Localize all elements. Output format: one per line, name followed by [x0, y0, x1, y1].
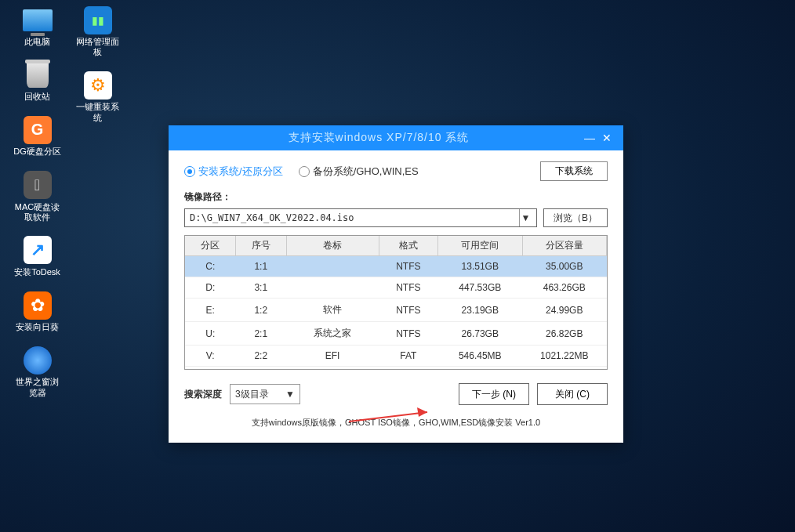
desktop-icon-reinstall[interactable]: ⚙ 一键重装系统 — [72, 71, 123, 122]
image-path-label: 镜像路径： — [184, 190, 608, 204]
dropdown-arrow-icon[interactable]: ▼ — [519, 209, 532, 226]
cell-free: 13.51GB — [438, 256, 523, 277]
dialog-footer-text: 支持windows原版镜像，GHOST ISO镜像，GHO,WIM,ESD镜像安… — [184, 417, 608, 429]
cell-part: E: — [185, 299, 236, 322]
radio-backup[interactable]: 备份系统/GHO,WIN,ES — [299, 165, 419, 179]
cell-cap: 463.26GB — [522, 277, 607, 299]
recycle-bin-icon — [27, 63, 49, 88]
window-title: 支持安装windows XP/7/8/10 系统 — [176, 131, 581, 145]
download-system-button[interactable]: 下载系统 — [540, 161, 608, 181]
network-panel-icon: ▮▮ — [84, 6, 112, 34]
icon-label: 安装ToDesk — [14, 267, 60, 277]
search-depth-label: 搜索深度 — [184, 388, 222, 401]
table-row[interactable]: U:2:1系统之家NTFS26.73GB26.82GB — [185, 322, 607, 346]
icon-label: 网络管理面板 — [72, 37, 123, 57]
cell-vol: EFI — [286, 346, 379, 367]
diskgenius-icon: G — [24, 116, 52, 144]
radio-label: 备份系统/GHO,WIN,ES — [313, 165, 419, 179]
icon-label: 此电脑 — [24, 37, 50, 47]
desktop-icon-theworld[interactable]: 世界之窗浏览器 — [12, 346, 63, 397]
cell-free: 23.19GB — [438, 299, 523, 322]
table-row[interactable]: E:1:2软件NTFS23.19GB24.99GB — [185, 299, 607, 322]
cell-vol: 软件 — [286, 299, 379, 322]
cell-free: 447.53GB — [438, 277, 523, 299]
gear-icon: ⚙ — [84, 71, 112, 100]
minimize-button[interactable]: — — [581, 132, 598, 144]
col-format: 格式 — [399, 240, 418, 251]
desktop-icon-mac-disk[interactable]:  MAC硬盘读取软件 — [12, 172, 63, 223]
browse-button[interactable]: 浏览（B） — [543, 208, 608, 227]
icon-label: 回收站 — [24, 92, 50, 102]
col-volume: 卷标 — [323, 240, 342, 251]
partition-table: 分区 序号 卷标 格式 可用空间 分区容量 C:1:1NTFS13.51GB35… — [184, 235, 608, 370]
next-button[interactable]: 下一步 (N) — [459, 383, 529, 405]
installer-dialog: 支持安装windows XP/7/8/10 系统 — ✕ 安装系统/还原分区 备… — [169, 125, 623, 443]
close-button[interactable]: ✕ — [598, 132, 615, 144]
table-row[interactable]: V:2:2EFIFAT546.45MB1021.22MB — [185, 346, 607, 367]
mac-disk-icon:  — [24, 171, 52, 199]
table-header-row: 分区 序号 卷标 格式 可用空间 分区容量 — [185, 236, 607, 256]
cell-seq: 1:1 — [236, 256, 287, 277]
globe-icon — [24, 346, 52, 375]
table-row[interactable]: D:3:1NTFS447.53GB463.26GB — [185, 277, 607, 299]
cell-cap: 35.00GB — [522, 256, 607, 277]
cell-fmt: NTFS — [379, 299, 437, 322]
cell-seq: 2:2 — [236, 346, 287, 367]
cell-fmt: NTFS — [379, 322, 437, 346]
icon-label: 世界之窗浏览器 — [12, 377, 63, 397]
cell-part: V: — [185, 346, 236, 367]
titlebar[interactable]: 支持安装windows XP/7/8/10 系统 — ✕ — [169, 125, 623, 150]
col-partition: 分区 — [201, 240, 220, 251]
radio-ring-icon — [299, 166, 310, 177]
cell-part: D: — [185, 277, 236, 299]
image-path-value: D:\G_WIN7_X64_OK_V2022.04.iso — [190, 212, 354, 223]
svg-marker-1 — [417, 407, 427, 417]
cell-fmt: NTFS — [379, 256, 437, 277]
computer-icon — [23, 9, 53, 31]
image-path-combo[interactable]: D:\G_WIN7_X64_OK_V2022.04.iso ▼ — [184, 208, 537, 227]
cell-vol — [286, 277, 379, 299]
desktop-icons: 此电脑 回收站 G DG硬盘分区  MAC硬盘读取软件 ↗ 安装ToDesk … — [12, 6, 132, 398]
table-row[interactable]: C:1:1NTFS13.51GB35.00GB — [185, 256, 607, 277]
search-depth-value: 3级目录 — [235, 388, 269, 401]
cell-cap: 26.82GB — [522, 322, 607, 346]
cell-part: U: — [185, 322, 236, 346]
desktop-icon-this-pc[interactable]: 此电脑 — [12, 6, 63, 47]
desktop-icon-netpanel[interactable]: ▮▮ 网络管理面板 — [72, 6, 123, 57]
desktop-icon-todesk[interactable]: ↗ 安装ToDesk — [12, 237, 63, 277]
icon-label: MAC硬盘读取软件 — [12, 202, 63, 223]
cell-part: C: — [185, 256, 236, 277]
cell-fmt: FAT — [379, 346, 437, 367]
search-depth-combo[interactable]: 3级目录 ▼ — [230, 384, 300, 404]
desktop-icon-sunflower[interactable]: ✿ 安装向日葵 — [12, 291, 63, 332]
cell-seq: 1:2 — [236, 299, 287, 322]
dropdown-arrow-icon[interactable]: ▼ — [285, 389, 295, 400]
cell-free: 546.45MB — [438, 346, 523, 367]
cell-vol: 系统之家 — [286, 322, 379, 346]
icon-label: DG硬盘分区 — [13, 147, 61, 157]
cell-cap: 24.99GB — [522, 299, 607, 322]
icon-label: 安装向日葵 — [16, 322, 59, 332]
radio-install-restore[interactable]: 安装系统/还原分区 — [184, 165, 283, 179]
todesk-icon: ↗ — [24, 236, 52, 264]
icon-label: 一键重装系统 — [72, 102, 123, 122]
radio-dot-icon — [184, 166, 195, 177]
cell-vol — [286, 256, 379, 277]
radio-label: 安装系统/还原分区 — [198, 165, 283, 179]
close-dialog-button[interactable]: 关闭 (C) — [537, 383, 608, 405]
desktop-icon-recycle-bin[interactable]: 回收站 — [12, 61, 63, 102]
col-free: 可用空间 — [461, 240, 499, 251]
mode-radio-row: 安装系统/还原分区 备份系统/GHO,WIN,ES 下载系统 — [184, 161, 608, 181]
cell-seq: 3:1 — [236, 277, 287, 299]
cell-free: 26.73GB — [438, 322, 523, 346]
col-capacity: 分区容量 — [546, 240, 583, 251]
sunflower-icon: ✿ — [24, 291, 52, 320]
cell-cap: 1021.22MB — [522, 346, 607, 367]
cell-seq: 2:1 — [236, 322, 287, 346]
cell-fmt: NTFS — [379, 277, 437, 299]
col-seq: 序号 — [252, 240, 270, 251]
desktop-icon-dg-disk[interactable]: G DG硬盘分区 — [12, 116, 63, 157]
